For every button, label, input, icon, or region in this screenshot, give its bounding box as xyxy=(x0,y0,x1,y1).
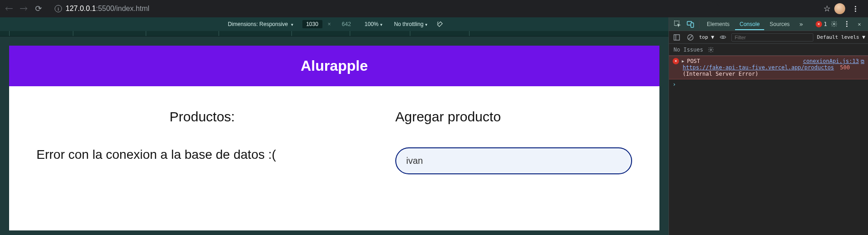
devtools-menu-button[interactable] xyxy=(841,18,853,30)
error-dot-icon: × xyxy=(816,21,822,27)
live-expression-icon[interactable] xyxy=(718,32,728,42)
device-toolbar: Dimensions: Responsive ▼ × 100%▼ No thro… xyxy=(0,17,669,31)
error-count-badge[interactable]: × 1 xyxy=(816,21,827,27)
svg-point-9 xyxy=(710,49,712,51)
products-heading: Productos: xyxy=(36,109,368,125)
error-icon: × xyxy=(673,58,679,64)
console-filter-input[interactable] xyxy=(731,33,813,42)
svg-point-8 xyxy=(722,37,724,38)
app-title: Alurapple xyxy=(14,57,655,74)
log-levels-dropdown[interactable]: Default levels ▼ xyxy=(817,34,865,40)
tab-console[interactable]: Console xyxy=(735,18,764,30)
svg-rect-4 xyxy=(674,35,679,40)
add-product-heading: Agregar producto xyxy=(395,109,632,125)
app-header: Alurapple xyxy=(9,46,659,86)
rotate-icon[interactable] xyxy=(436,21,444,28)
forward-button[interactable]: 🡒 xyxy=(17,2,30,15)
db-error-message: Error con la conexion a la base de datos… xyxy=(36,147,368,162)
request-method: POST xyxy=(687,58,700,64)
devtools-tab-bar: Elements Console Sources × 1 ✕ xyxy=(669,17,868,31)
url-path: :5500/index.html xyxy=(96,5,149,12)
dimensions-dropdown[interactable]: Dimensions: Responsive ▼ xyxy=(225,20,296,28)
address-bar[interactable]: i 127.0.0.1:5500/index.html xyxy=(50,2,720,15)
console-error-entry[interactable]: × ▶ POST conexionApi.js:13 https://fake-… xyxy=(669,56,868,79)
console-sidebar-toggle-icon[interactable] xyxy=(672,32,682,42)
site-info-icon[interactable]: i xyxy=(55,5,62,12)
source-link[interactable]: conexionApi.js:13 xyxy=(803,58,864,64)
tab-sources[interactable]: Sources xyxy=(765,18,794,30)
status-code: 500 xyxy=(840,64,850,71)
tab-elements[interactable]: Elements xyxy=(702,18,734,30)
zoom-dropdown[interactable]: 100%▼ xyxy=(362,20,386,28)
devtools-settings-icon[interactable] xyxy=(828,18,840,30)
responsive-ruler[interactable] xyxy=(0,31,669,37)
devtools-panel: Elements Console Sources × 1 ✕ top ▼ xyxy=(669,17,868,235)
clear-console-icon[interactable] xyxy=(685,32,695,42)
url-host: 127.0.0.1 xyxy=(66,5,96,12)
bookmark-star-icon[interactable]: ☆ xyxy=(823,4,831,14)
issues-settings-icon[interactable] xyxy=(708,47,714,53)
viewport-height-input[interactable] xyxy=(337,20,357,28)
browser-toolbar: 🡐 🡒 ⟳ i 127.0.0.1:5500/index.html ☆ xyxy=(0,0,868,17)
svg-point-3 xyxy=(833,23,835,25)
back-button[interactable]: 🡐 xyxy=(3,2,15,15)
viewport-width-input[interactable] xyxy=(302,20,322,28)
context-selector[interactable]: top ▼ xyxy=(699,34,714,40)
more-tabs-button[interactable] xyxy=(795,18,807,30)
status-text: (Internal Server Error) xyxy=(683,71,864,77)
product-name-input[interactable] xyxy=(395,147,632,174)
expand-triangle-icon[interactable]: ▶ xyxy=(682,59,684,63)
request-url[interactable]: https://fake-api-tau-five.vercel.app/pro… xyxy=(683,64,834,71)
console-filter-bar: top ▼ Default levels ▼ xyxy=(669,31,868,44)
console-log-area[interactable]: × ▶ POST conexionApi.js:13 https://fake-… xyxy=(669,56,868,235)
svg-line-7 xyxy=(689,36,692,39)
issues-bar: No Issues xyxy=(669,44,868,56)
svg-rect-2 xyxy=(691,23,694,27)
issues-label: No Issues xyxy=(674,47,703,53)
console-prompt[interactable] xyxy=(669,79,868,89)
throttling-dropdown[interactable]: No throttling▼ xyxy=(391,20,431,28)
inspect-element-icon[interactable] xyxy=(672,18,684,30)
size-separator: × xyxy=(328,21,331,27)
toggle-device-toolbar-icon[interactable] xyxy=(684,18,696,30)
page-pane: Dimensions: Responsive ▼ × 100%▼ No thro… xyxy=(0,17,669,235)
divider xyxy=(699,20,700,28)
reload-button[interactable]: ⟳ xyxy=(32,2,45,15)
chrome-menu-button[interactable] xyxy=(849,2,862,15)
devtools-close-button[interactable]: ✕ xyxy=(853,18,865,30)
profile-avatar[interactable] xyxy=(834,3,845,14)
emulated-viewport[interactable]: Alurapple Productos: Error con la conexi… xyxy=(9,46,659,230)
